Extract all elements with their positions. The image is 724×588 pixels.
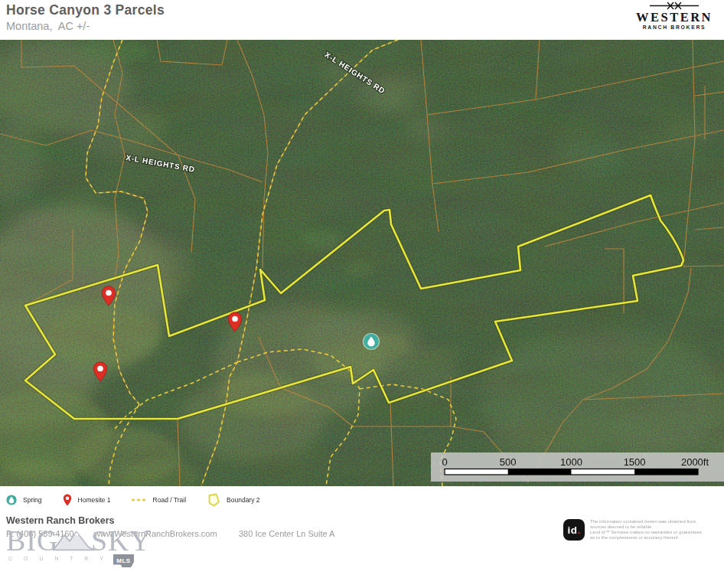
land-id-logo: id.	[563, 519, 585, 541]
title-block: Horse Canyon 3 Parcels Montana, AC +/-	[6, 2, 165, 32]
legend-label: Road / Trail	[153, 496, 186, 504]
spring-icon	[6, 495, 17, 505]
footer: Western Ranch Brokers P: (406) 589-4160 …	[0, 513, 724, 588]
mls-montana-badge: MLS	[113, 554, 134, 567]
scale-tick-1500: 1500	[624, 456, 646, 468]
scale-tick-1000: 1000	[560, 456, 582, 468]
map-legend: Spring Homesite 1 Road / Trail Boundary …	[0, 486, 724, 513]
boundary-polygon-icon	[207, 493, 220, 507]
disclaimer-line: as to the completeness or accuracy there…	[590, 535, 722, 541]
land-id-attribution: id. The information contained herein was…	[563, 519, 722, 541]
road-trail-dash-icon	[132, 498, 147, 502]
barbed-wire-icon	[650, 2, 699, 10]
disclaimer-line: Land id™ Services makes no warranties or…	[590, 530, 722, 535]
bigsky-word-big: BIG	[6, 527, 58, 554]
legend-label: Boundary 2	[227, 496, 259, 504]
disclaimer-line: sources deemed to be reliable.	[590, 524, 722, 530]
legend-label: Spring	[23, 496, 42, 504]
legend-item-boundary: Boundary 2	[207, 493, 259, 507]
western-ranch-brokers-logo: WESTERN RANCH BROKERS	[629, 2, 719, 30]
spring-marker[interactable]	[364, 334, 380, 350]
satellite-map[interactable]: X-L HEIGHTS RD X-L HEIGHTS RD 0 500 1000…	[0, 40, 724, 486]
scale-tick-2000ft: 2000ft	[681, 456, 709, 468]
disclaimer-line: The information contained herein was obt…	[590, 519, 722, 524]
brand-subname: RANCH BROKERS	[629, 24, 719, 30]
mls-badge-label: MLS	[116, 557, 130, 564]
bigsky-word-sky: SKY	[91, 527, 152, 554]
legend-item-road-trail: Road / Trail	[132, 496, 186, 504]
header-bar: Horse Canyon 3 Parcels Montana, AC +/- W…	[0, 0, 724, 40]
legend-item-homesite: Homesite 1	[63, 494, 111, 506]
big-sky-country-mls-logo: BIG SKY C O U N T R Y MLS	[6, 527, 152, 567]
page-subtitle: Montana, AC +/-	[6, 20, 165, 32]
scale-bar: 0 500 1000 1500 2000ft	[431, 452, 724, 482]
land-id-logo-text: id	[568, 524, 578, 536]
page-title: Horse Canyon 3 Parcels	[6, 2, 165, 18]
land-id-disclaimer: The information contained herein was obt…	[590, 519, 722, 541]
mountains-icon	[52, 528, 96, 553]
footer-address: 380 Ice Center Ln Suite A	[239, 529, 334, 538]
legend-item-spring: Spring	[6, 495, 42, 505]
scale-tick-500: 500	[500, 456, 517, 468]
homesite-pin-icon	[63, 494, 72, 506]
scale-tick-0: 0	[442, 456, 447, 468]
map-canvas[interactable]: X-L HEIGHTS RD X-L HEIGHTS RD 0 500 1000…	[0, 40, 724, 486]
brand-name: WESTERN	[629, 11, 719, 24]
land-id-logo-dot: .	[578, 524, 581, 536]
legend-label: Homesite 1	[78, 496, 111, 504]
